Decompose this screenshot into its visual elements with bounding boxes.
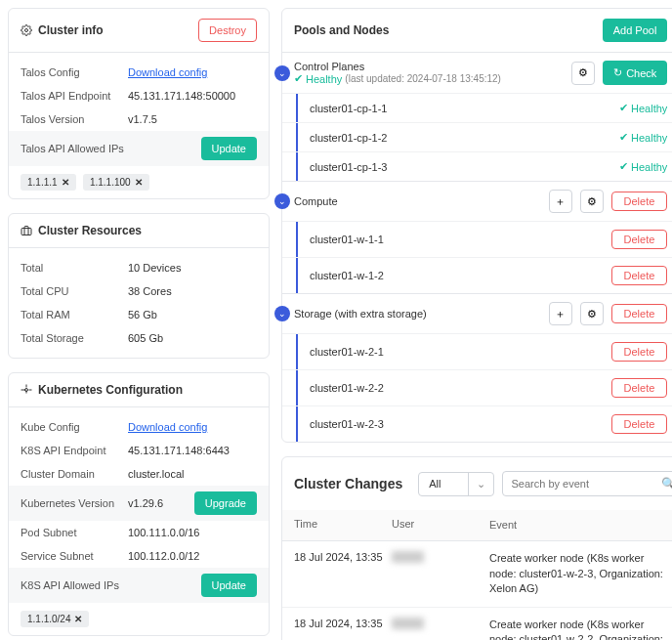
chip-remove-icon[interactable]: ✕ bbox=[74, 614, 82, 624]
cluster-info-title: Cluster info bbox=[38, 23, 104, 37]
node-row: cluster01-cp-1-2✔ Healthy bbox=[282, 122, 672, 151]
chip-remove-icon[interactable]: ✕ bbox=[135, 177, 143, 188]
talos-version-value: v1.7.5 bbox=[128, 113, 257, 125]
chevron-down-icon[interactable]: ⌄ bbox=[274, 306, 290, 321]
change-user: hidden bbox=[392, 551, 489, 596]
pool-settings-button[interactable]: ⚙ bbox=[580, 190, 604, 213]
delete-pool-button[interactable]: Delete bbox=[611, 304, 668, 323]
ip-chip: 1.1.1.1✕ bbox=[21, 174, 76, 191]
pool-storage: ⌄ Storage (with extra storage) ＋ ⚙ Delet… bbox=[282, 294, 672, 442]
add-pool-button[interactable]: Add Pool bbox=[603, 19, 668, 42]
node-row: cluster01-w-2-2Delete bbox=[282, 369, 672, 405]
node-row: cluster01-w-1-2Delete bbox=[282, 257, 672, 293]
kubernetes-config-card: Kubernetes Configuration Kube ConfigDown… bbox=[8, 372, 270, 636]
svg-point-0 bbox=[25, 29, 28, 32]
cluster-changes-card: Cluster Changes All⌄ 🔍 Time User Event 1… bbox=[281, 456, 672, 640]
ip-chip: 1.1.1.100✕ bbox=[83, 174, 149, 191]
kube-config-link[interactable]: Download config bbox=[128, 421, 207, 433]
delete-node-button[interactable]: Delete bbox=[611, 342, 668, 362]
delete-pool-button[interactable]: Delete bbox=[611, 192, 668, 211]
change-time: 18 Jul 2024, 13:35 bbox=[294, 618, 392, 640]
changes-title: Cluster Changes bbox=[294, 476, 402, 491]
health-badge: ✔ Healthy bbox=[619, 102, 667, 114]
ip-chip: 1.1.1.0/24✕ bbox=[21, 611, 89, 627]
health-badge: ✔ Healthy bbox=[294, 72, 342, 85]
table-header: Time User Event bbox=[282, 510, 672, 541]
pools-title: Pools and Nodes bbox=[294, 23, 389, 37]
health-badge: ✔ Healthy bbox=[619, 160, 667, 173]
change-event: Create worker node (K8s worker node: clu… bbox=[489, 551, 667, 596]
svg-rect-1 bbox=[21, 229, 31, 235]
node-row: cluster01-cp-1-1✔ Healthy bbox=[282, 93, 672, 122]
search-input[interactable]: 🔍 bbox=[502, 471, 672, 496]
talos-config-link[interactable]: Download config bbox=[128, 66, 207, 78]
gear-icon bbox=[21, 24, 32, 36]
node-row: cluster01-w-2-3Delete bbox=[282, 405, 672, 442]
chevron-down-icon[interactable]: ⌄ bbox=[274, 193, 290, 209]
delete-node-button[interactable]: Delete bbox=[611, 266, 668, 285]
search-icon: 🔍 bbox=[653, 472, 672, 495]
resource-row: Total CPU38 Cores bbox=[21, 279, 257, 303]
table-row: 18 Jul 2024, 13:35hiddenCreate worker no… bbox=[282, 608, 672, 640]
kube-ips-update-button[interactable]: Update bbox=[201, 574, 257, 597]
cluster-info-card: Cluster info Destroy Talos ConfigDownloa… bbox=[8, 8, 270, 199]
chevron-down-icon[interactable]: ⌄ bbox=[274, 65, 290, 81]
upgrade-button[interactable]: Upgrade bbox=[194, 491, 257, 515]
briefcase-icon bbox=[21, 225, 32, 236]
change-user: hidden bbox=[392, 618, 489, 640]
delete-node-button[interactable]: Delete bbox=[611, 230, 668, 249]
resource-row: Total Storage605 Gb bbox=[21, 326, 257, 350]
chevron-down-icon: ⌄ bbox=[468, 473, 493, 495]
add-node-button[interactable]: ＋ bbox=[549, 190, 572, 213]
talos-api-label: Talos API Endpoint bbox=[21, 90, 128, 102]
health-badge: ✔ Healthy bbox=[619, 131, 667, 144]
resource-row: Total10 Devices bbox=[21, 256, 257, 279]
talos-ips-update-button[interactable]: Update bbox=[201, 137, 257, 160]
change-time: 18 Jul 2024, 13:35 bbox=[294, 551, 392, 596]
pool-settings-button[interactable]: ⚙ bbox=[580, 302, 604, 325]
chip-remove-icon[interactable]: ✕ bbox=[62, 177, 69, 188]
delete-node-button[interactable]: Delete bbox=[611, 414, 668, 434]
gear-icon bbox=[21, 384, 32, 396]
resources-title: Cluster Resources bbox=[38, 224, 142, 237]
node-row: cluster01-cp-1-3✔ Healthy bbox=[282, 151, 672, 181]
pools-nodes-card: Pools and Nodes Add Pool ⌄ Control Plane… bbox=[281, 8, 672, 443]
pool-compute: ⌄ Compute ＋ ⚙ Delete cluster01-w-1-1Dele… bbox=[282, 182, 672, 294]
resource-row: Total RAM56 Gb bbox=[21, 303, 257, 326]
node-row: cluster01-w-1-1Delete bbox=[282, 221, 672, 257]
talos-ips-label: Talos API Allowed IPs bbox=[21, 143, 128, 154]
talos-version-label: Talos Version bbox=[21, 113, 128, 125]
talos-api-value: 45.131.171.148:50000 bbox=[128, 90, 257, 102]
check-button[interactable]: ↻ Check bbox=[603, 61, 667, 85]
pool-control-planes: ⌄ Control Planes ✔ Healthy (last updated… bbox=[282, 53, 672, 182]
destroy-button[interactable]: Destroy bbox=[198, 19, 257, 42]
talos-config-label: Talos Config bbox=[21, 66, 128, 78]
delete-node-button[interactable]: Delete bbox=[611, 378, 668, 398]
cluster-resources-card: Cluster Resources Total10 Devices Total … bbox=[8, 213, 270, 359]
change-event: Create worker node (K8s worker node: clu… bbox=[489, 618, 667, 640]
kube-title: Kubernetes Configuration bbox=[38, 383, 183, 397]
node-row: cluster01-w-2-1Delete bbox=[282, 333, 672, 369]
filter-select[interactable]: All⌄ bbox=[418, 472, 494, 496]
add-node-button[interactable]: ＋ bbox=[549, 302, 572, 325]
table-row: 18 Jul 2024, 13:35hiddenCreate worker no… bbox=[282, 541, 672, 607]
pool-settings-button[interactable]: ⚙ bbox=[571, 62, 595, 85]
